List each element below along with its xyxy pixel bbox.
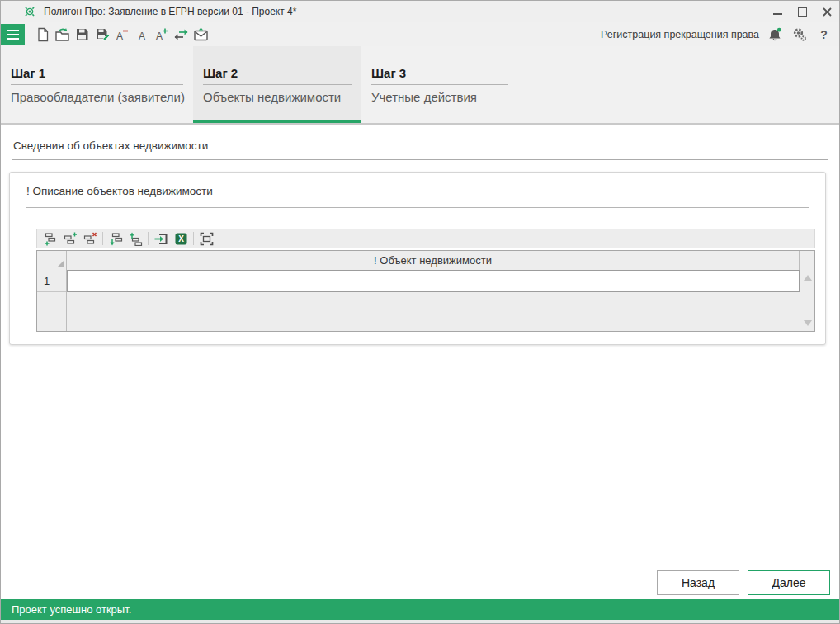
window-title: Полигон Про: Заявление в ЕГРН версии 01 …: [44, 6, 296, 17]
status-message: Проект успешно открыт.: [12, 603, 131, 616]
objects-panel: ! Описание объектов недвижимости: [9, 172, 826, 345]
toolbar-right: Регистрация прекращения права ?: [601, 24, 839, 45]
scroll-down-icon[interactable]: [804, 320, 812, 326]
insert-row-icon: [64, 232, 78, 246]
toolbar-separator: [102, 232, 103, 245]
notifications-button[interactable]: [765, 24, 784, 45]
panel-divider: [26, 207, 809, 208]
header-scroll-pad: [800, 251, 814, 270]
send-mail-button[interactable]: [191, 24, 210, 45]
font-reset-icon: A: [136, 27, 148, 42]
hamburger-icon: [7, 30, 19, 31]
tab-step-subtitle: Правообладатели (заявители): [11, 90, 183, 104]
toolbar-separator: [193, 232, 194, 245]
close-button[interactable]: [814, 1, 839, 22]
section-title: Сведения об объектах недвижимости: [12, 135, 828, 160]
corner-triangle-icon: [57, 261, 64, 267]
fullscreen-button[interactable]: [196, 230, 216, 248]
transfer-button[interactable]: [172, 24, 191, 45]
object-cell-input[interactable]: [67, 270, 800, 292]
import-button[interactable]: [151, 230, 171, 248]
titlebar: Полигон Про: Заявление в ЕГРН версии 01 …: [1, 1, 839, 22]
tab-step-subtitle: Учетные действия: [371, 90, 508, 104]
move-row-up-icon: [129, 232, 143, 246]
maximize-button[interactable]: [790, 1, 814, 22]
minimize-icon: [773, 13, 782, 15]
help-button[interactable]: ?: [814, 24, 833, 45]
maximize-icon: [798, 7, 807, 17]
new-project-button[interactable]: [33, 24, 52, 45]
panel-title: ! Описание объектов недвижимости: [26, 185, 809, 197]
delete-row-button[interactable]: [80, 230, 100, 248]
scroll-up-icon[interactable]: [804, 275, 812, 281]
svg-text:A: A: [116, 31, 123, 42]
svg-text:X: X: [178, 234, 184, 243]
table-header-row: ! Объект недвижимости: [37, 251, 814, 270]
row-number-column: 1: [37, 270, 67, 331]
menu-button[interactable]: [1, 24, 25, 45]
table-main-column: [67, 270, 800, 331]
svg-text:A: A: [156, 31, 163, 42]
status-bar: Проект успешно открыт.: [1, 599, 839, 620]
back-button[interactable]: Назад: [657, 570, 739, 595]
objects-table: ! Объект недвижимости 1: [36, 250, 815, 332]
svg-text:A: A: [139, 31, 145, 42]
add-row-icon: [44, 232, 58, 246]
move-row-down-button[interactable]: [106, 230, 125, 248]
fullscreen-icon: [200, 232, 214, 246]
excel-icon: X: [174, 232, 188, 246]
save-edit-icon: [95, 27, 110, 42]
font-increase-button[interactable]: A: [152, 24, 171, 45]
tab-step-2[interactable]: Шаг 2 Объекты недвижимости: [193, 46, 361, 123]
font-reset-button[interactable]: A: [132, 24, 151, 45]
app-window: Полигон Про: Заявление в ЕГРН версии 01 …: [0, 0, 840, 624]
bell-icon: [767, 27, 782, 42]
tab-step-1[interactable]: Шаг 1 Правообладатели (заявители): [1, 46, 193, 123]
table-scrollbar[interactable]: [800, 270, 814, 331]
minimize-button[interactable]: [765, 1, 790, 22]
save-icon: [75, 27, 89, 41]
font-increase-icon: A: [153, 27, 169, 42]
table-body: 1: [37, 270, 814, 331]
delete-row-icon: [83, 232, 97, 246]
window-bottom-border: [1, 620, 839, 623]
move-row-down-icon: [109, 232, 123, 246]
mode-label: Регистрация прекращения права: [601, 29, 759, 40]
tab-step-3[interactable]: Шаг 3 Учетные действия: [361, 46, 518, 123]
column-header-object: ! Объект недвижимости: [67, 251, 800, 270]
toolbar-separator: [148, 232, 149, 245]
open-project-button[interactable]: [53, 24, 72, 45]
settings-button[interactable]: [790, 24, 809, 45]
new-document-icon: [35, 27, 50, 42]
gear-icon: [792, 27, 807, 42]
step-tabbar: Шаг 1 Правообладатели (заявители) Шаг 2 …: [1, 46, 839, 123]
insert-row-button[interactable]: [60, 230, 80, 248]
font-decrease-icon: A: [114, 27, 130, 42]
wizard-footer: Назад Далее: [1, 570, 839, 599]
save-as-button[interactable]: [92, 24, 111, 45]
tab-step-title: Шаг 3: [371, 66, 508, 85]
next-button[interactable]: Далее: [748, 570, 830, 595]
row-number-cell[interactable]: 1: [37, 270, 66, 292]
tab-step-title: Шаг 2: [203, 66, 352, 85]
tab-step-subtitle: Объекты недвижимости: [203, 90, 352, 104]
exchange-arrows-icon: [173, 28, 189, 41]
font-decrease-button[interactable]: A: [112, 24, 131, 45]
envelope-icon: [193, 27, 209, 41]
move-row-up-button[interactable]: [125, 230, 145, 248]
select-all-corner-cell[interactable]: [37, 251, 67, 270]
grid-toolbar: X: [36, 229, 815, 248]
close-icon: [822, 7, 833, 17]
toolbar-buttons: A A A: [33, 24, 210, 45]
excel-export-button[interactable]: X: [171, 230, 191, 248]
open-folder-icon: [54, 27, 70, 42]
tab-step-title: Шаг 1: [11, 66, 183, 85]
content-area: Сведения об объектах недвижимости ! Опис…: [1, 125, 839, 599]
save-button[interactable]: [73, 24, 92, 45]
import-icon: [154, 232, 168, 246]
main-toolbar: A A A Регистрация прекращения права: [1, 22, 839, 46]
add-row-button[interactable]: [40, 230, 60, 248]
window-controls: [765, 1, 839, 22]
app-logo-icon: [23, 5, 36, 18]
